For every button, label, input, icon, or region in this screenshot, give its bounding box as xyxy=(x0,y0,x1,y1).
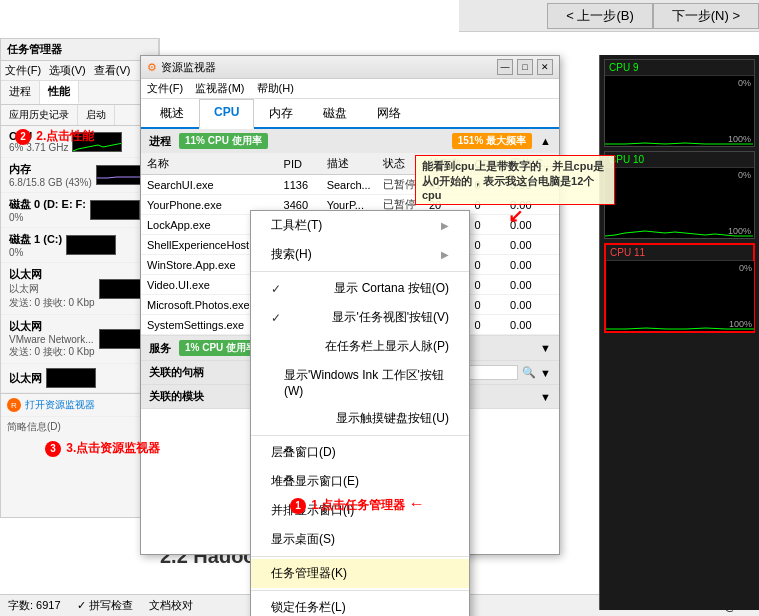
cpu11-canvas: 0% 100% xyxy=(606,261,754,331)
ctx-search[interactable]: 搜索(H) ▶ xyxy=(251,240,469,269)
rm-max-freq-badge: 151% 最大频率 xyxy=(452,133,532,149)
rm-modules-collapse[interactable]: ▼ xyxy=(540,391,551,403)
tab-process[interactable]: 进程 xyxy=(1,81,40,104)
tm-item-disk0[interactable]: 磁盘 0 (D: E: F: 0% xyxy=(1,193,158,228)
tm-eth2-label: 以太网 xyxy=(9,319,95,334)
status-doc-compare: 文档校对 xyxy=(149,598,193,613)
rm-icon: ⚙ xyxy=(147,61,157,74)
rm-col-desc[interactable]: 描述 xyxy=(321,153,378,175)
ctx-side-by-side[interactable]: 并排显示窗口(I) xyxy=(251,496,469,525)
context-menu: 工具栏(T) ▶ 搜索(H) ▶ ✓ 显示 Cortana 按钮(O) ✓ 显示… xyxy=(250,210,470,616)
rm-close-button[interactable]: ✕ xyxy=(537,59,553,75)
rm-col-threads[interactable]: 线程数 xyxy=(423,153,469,175)
rm-maximize-button[interactable]: □ xyxy=(517,59,533,75)
rm-modules-label: 关联的模块 xyxy=(149,389,204,404)
tm-eth3-graph xyxy=(46,368,96,388)
ctx-sep3 xyxy=(251,556,469,557)
tm-item-disk1[interactable]: 磁盘 1 (C:) 0% xyxy=(1,228,158,263)
tm-summary-info[interactable]: 简略信息(D) xyxy=(1,416,158,437)
rm-table-header-row: 名称 PID 描述 状态 线程数 CPU 平均 C... xyxy=(141,153,559,175)
tm-item-memory[interactable]: 内存 6.8/15.8 GB (43%) xyxy=(1,158,158,193)
rm-col-avg[interactable]: 平均 C... xyxy=(504,153,559,175)
tm-menu-options[interactable]: 选项(V) xyxy=(49,63,86,78)
rm-title-left: ⚙ 资源监视器 xyxy=(147,60,216,75)
tab-performance[interactable]: 性能 xyxy=(40,81,79,104)
tm-memory-graph xyxy=(96,165,146,185)
ctx-touch-label: 显示触摸键盘按钮(U) xyxy=(336,410,449,427)
ctx-stack-label: 堆叠显示窗口(E) xyxy=(271,473,359,490)
task-manager-menubar: 文件(F) 选项(V) 查看(V) xyxy=(1,61,158,81)
cpu10-graph-item: CPU 10 0% 100% xyxy=(604,151,755,239)
rm-tab-overview[interactable]: 概述 xyxy=(145,99,199,127)
tm-item-eth2[interactable]: 以太网 VMware Network... 发送: 0 接收: 0 Kbp xyxy=(1,315,158,364)
status-chars: 字数: 6917 xyxy=(8,598,61,613)
rm-menubar: 文件(F) 监视器(M) 帮助(H) xyxy=(141,79,559,99)
ctx-side-by-side-label: 并排显示窗口(I) xyxy=(271,502,354,519)
ctx-show-desktop[interactable]: 显示桌面(S) xyxy=(251,525,469,554)
tm-menu-view[interactable]: 查看(V) xyxy=(94,63,131,78)
rm-handles-collapse[interactable]: ▼ xyxy=(540,367,551,379)
task-manager-tabs: 进程 性能 xyxy=(1,81,158,105)
rm-tab-memory[interactable]: 内存 xyxy=(254,99,308,127)
rm-menu-help[interactable]: 帮助(H) xyxy=(257,81,294,96)
cpu11-pct: 0% xyxy=(739,263,752,273)
rm-tab-disk[interactable]: 磁盘 xyxy=(308,99,362,127)
ctx-people-label: 在任务栏上显示人脉(P) xyxy=(325,338,449,355)
tm-item-cpu[interactable]: CPU 6% 3.71 GHz xyxy=(1,126,158,158)
ctx-search-label: 搜索(H) xyxy=(271,246,312,263)
rm-processes-collapse[interactable]: ▲ xyxy=(540,135,551,147)
rm-menu-file[interactable]: 文件(F) xyxy=(147,81,183,96)
tm-memory-value: 6.8/15.8 GB (43%) xyxy=(9,177,92,188)
ctx-ink[interactable]: 显示'Windows Ink 工作区'按钮(W) xyxy=(251,361,469,404)
table-row[interactable]: SearchUI.exe1136Search...已暂停4100.00 xyxy=(141,175,559,195)
tm-cpu-graph xyxy=(72,132,122,152)
circle-icon: R xyxy=(7,398,21,412)
ctx-task-view[interactable]: ✓ 显示'任务视图'按钮(V) xyxy=(251,303,469,332)
tm-item-eth3[interactable]: 以太网 xyxy=(1,364,158,393)
tm-memory-label: 内存 xyxy=(9,162,92,177)
task-manager-tabs2: 应用历史记录 启动 xyxy=(1,105,158,126)
rm-minimize-button[interactable]: — xyxy=(497,59,513,75)
rm-tab-cpu[interactable]: CPU xyxy=(199,99,254,129)
tm-eth1-sub: 以太网 xyxy=(9,282,95,296)
ctx-cortana-check: ✓ xyxy=(271,282,281,296)
tm-cpu-label: CPU xyxy=(9,130,68,142)
tab-startup[interactable]: 启动 xyxy=(78,105,115,125)
ctx-touch[interactable]: 显示触摸键盘按钮(U) xyxy=(251,404,469,433)
rm-services-collapse[interactable]: ▼ xyxy=(540,342,551,354)
tm-item-eth1[interactable]: 以太网 以太网 发送: 0 接收: 0 Kbp xyxy=(1,263,158,315)
ctx-lock[interactable]: 锁定任务栏(L) xyxy=(251,593,469,616)
tm-open-resource-monitor[interactable]: R 打开资源监视器 xyxy=(1,393,158,416)
next-button[interactable]: 下一步(N) > xyxy=(653,3,759,29)
ctx-toolbar[interactable]: 工具栏(T) ▶ xyxy=(251,211,469,240)
ctx-search-arrow: ▶ xyxy=(441,249,449,260)
ctx-people[interactable]: 在任务栏上显示人脉(P) xyxy=(251,332,469,361)
open-resource-monitor-label: 打开资源监视器 xyxy=(25,398,95,412)
rm-tab-network[interactable]: 网络 xyxy=(362,99,416,127)
tm-menu-file[interactable]: 文件(F) xyxy=(5,63,41,78)
ctx-cortana[interactable]: ✓ 显示 Cortana 按钮(O) xyxy=(251,274,469,303)
rm-col-pid[interactable]: PID xyxy=(278,153,321,175)
rm-menu-monitor[interactable]: 监视器(M) xyxy=(195,81,245,96)
rm-handles-search-icon[interactable]: 🔍 xyxy=(522,366,536,379)
rm-col-cpu[interactable]: CPU xyxy=(468,153,504,175)
tm-eth1-value: 发送: 0 接收: 0 Kbp xyxy=(9,296,95,310)
rm-processes-label: 进程 xyxy=(149,134,171,149)
ctx-cortana-label: 显示 Cortana 按钮(O) xyxy=(334,280,449,297)
rm-processes-header[interactable]: 进程 11% CPU 使用率 151% 最大频率 ▲ xyxy=(141,129,559,153)
ctx-show-desktop-label: 显示桌面(S) xyxy=(271,531,335,548)
ctx-cascade[interactable]: 层叠窗口(D) xyxy=(251,438,469,467)
rm-col-status[interactable]: 状态 xyxy=(377,153,423,175)
tm-disk1-label: 磁盘 1 (C:) xyxy=(9,232,62,247)
prev-button[interactable]: < 上一步(B) xyxy=(547,3,653,29)
tab-history[interactable]: 应用历史记录 xyxy=(1,105,78,125)
top-navigation-bar: < 上一步(B) 下一步(N) > xyxy=(459,0,759,32)
tm-eth2-value: 发送: 0 接收: 0 Kbp xyxy=(9,345,95,359)
rm-col-name[interactable]: 名称 xyxy=(141,153,278,175)
cpu11-label: CPU 11 xyxy=(606,245,753,261)
ctx-task-view-check: ✓ xyxy=(271,311,281,325)
ctx-task-manager[interactable]: 任务管理器(K) xyxy=(251,559,469,588)
ctx-sep2 xyxy=(251,435,469,436)
ctx-stack[interactable]: 堆叠显示窗口(E) xyxy=(251,467,469,496)
ctx-ink-label: 显示'Windows Ink 工作区'按钮(W) xyxy=(284,367,449,398)
